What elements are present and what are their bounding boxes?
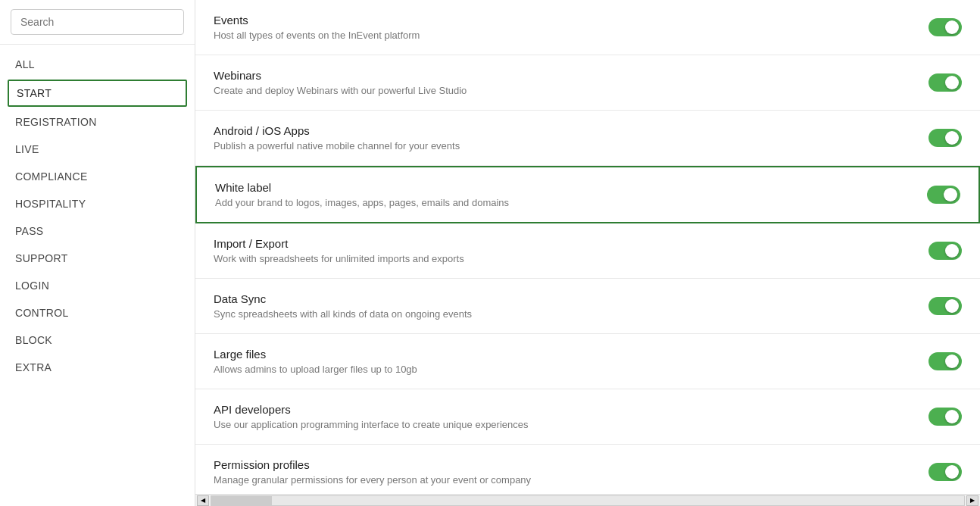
- toggle-container: [927, 186, 960, 204]
- feature-description: Create and deploy Webinars with our powe…: [214, 85, 913, 96]
- feature-info: Large filesAllows admins to upload large…: [214, 348, 913, 375]
- sidebar-item-extra[interactable]: EXTRA: [0, 354, 195, 381]
- feature-toggle[interactable]: [929, 297, 962, 315]
- toggle-slider: [927, 186, 960, 204]
- feature-row: Import / ExportWork with spreadsheets fo…: [195, 223, 980, 279]
- scroll-track[interactable]: [211, 495, 965, 506]
- horizontal-scrollbar: ◀ ▶: [195, 494, 980, 506]
- feature-title: Android / iOS Apps: [214, 124, 913, 137]
- feature-info: Permission profilesManage granular permi…: [214, 458, 913, 486]
- sidebar-item-hospitality[interactable]: HOSPITALITY: [0, 190, 195, 217]
- feature-info: Import / ExportWork with spreadsheets fo…: [214, 237, 913, 264]
- feature-title: Events: [214, 14, 913, 27]
- toggle-slider: [929, 129, 962, 147]
- sidebar-item-registration[interactable]: REGISTRATION: [0, 108, 195, 136]
- feature-info: WebinarsCreate and deploy Webinars with …: [214, 69, 913, 96]
- feature-info: API developersUse our application progra…: [214, 403, 913, 430]
- sidebar-item-compliance[interactable]: COMPLIANCE: [0, 163, 195, 190]
- toggle-container: [929, 408, 962, 426]
- feature-row: API developersUse our application progra…: [195, 389, 980, 445]
- feature-description: Use our application programming interfac…: [214, 419, 913, 430]
- feature-description: Work with spreadsheets for unlimited imp…: [214, 253, 913, 264]
- sidebar-item-live[interactable]: LIVE: [0, 136, 195, 163]
- toggle-slider: [929, 463, 962, 481]
- feature-row: Permission profilesManage granular permi…: [195, 445, 980, 494]
- toggle-container: [929, 18, 962, 36]
- feature-row: Large filesAllows admins to upload large…: [195, 334, 980, 389]
- feature-toggle[interactable]: [929, 129, 962, 147]
- feature-title: Import / Export: [214, 237, 913, 250]
- sidebar-item-control[interactable]: CONTROL: [0, 299, 195, 326]
- feature-info: White labelAdd your brand to logos, imag…: [215, 181, 912, 208]
- sidebar-item-block[interactable]: BLOCK: [0, 326, 195, 354]
- feature-row: WebinarsCreate and deploy Webinars with …: [195, 55, 980, 111]
- feature-title: White label: [215, 181, 912, 194]
- feature-row: White labelAdd your brand to logos, imag…: [195, 166, 980, 223]
- feature-info: Android / iOS AppsPublish a powerful nat…: [214, 124, 913, 151]
- feature-title: Data Sync: [214, 292, 913, 305]
- feature-info: Data SyncSync spreadsheets with all kind…: [214, 292, 913, 320]
- feature-description: Sync spreadsheets with all kinds of data…: [214, 308, 913, 320]
- feature-toggle[interactable]: [929, 463, 962, 481]
- feature-row: EventsHost all types of events on the In…: [195, 0, 980, 55]
- toggle-slider: [929, 73, 962, 92]
- sidebar-item-all[interactable]: ALL: [0, 51, 195, 78]
- feature-toggle[interactable]: [929, 242, 962, 260]
- feature-toggle[interactable]: [929, 408, 962, 426]
- sidebar-item-support[interactable]: SUPPORT: [0, 245, 195, 272]
- nav-items: ALLSTARTREGISTRATIONLIVECOMPLIANCEHOSPIT…: [0, 45, 195, 387]
- scroll-right-arrow[interactable]: ▶: [966, 495, 978, 506]
- toggle-container: [929, 463, 962, 481]
- feature-description: Add your brand to logos, images, apps, p…: [215, 197, 912, 208]
- search-input[interactable]: [11, 9, 184, 35]
- scroll-left-arrow[interactable]: ◀: [197, 495, 209, 506]
- scroll-thumb[interactable]: [211, 496, 272, 505]
- feature-toggle[interactable]: [927, 186, 960, 204]
- feature-title: Large files: [214, 348, 913, 361]
- feature-description: Allows admins to upload larger files up …: [214, 364, 913, 375]
- sidebar-item-pass[interactable]: PASS: [0, 217, 195, 245]
- feature-toggle[interactable]: [929, 18, 962, 36]
- toggle-container: [929, 352, 962, 370]
- toggle-slider: [929, 242, 962, 260]
- sidebar: ALLSTARTREGISTRATIONLIVECOMPLIANCEHOSPIT…: [0, 0, 195, 506]
- toggle-slider: [929, 18, 962, 36]
- feature-description: Host all types of events on the InEvent …: [214, 30, 913, 41]
- toggle-container: [929, 242, 962, 260]
- search-container: [0, 0, 195, 45]
- feature-toggle[interactable]: [929, 73, 962, 92]
- feature-row: Data SyncSync spreadsheets with all kind…: [195, 279, 980, 334]
- sidebar-item-login[interactable]: LOGIN: [0, 272, 195, 299]
- feature-toggle[interactable]: [929, 352, 962, 370]
- feature-title: API developers: [214, 403, 913, 416]
- toggle-slider: [929, 297, 962, 315]
- toggle-slider: [929, 352, 962, 370]
- toggle-slider: [929, 408, 962, 426]
- feature-title: Permission profiles: [214, 458, 913, 471]
- main-content: EventsHost all types of events on the In…: [195, 0, 980, 506]
- feature-title: Webinars: [214, 69, 913, 82]
- feature-info: EventsHost all types of events on the In…: [214, 14, 913, 41]
- toggle-container: [929, 297, 962, 315]
- feature-row: Android / iOS AppsPublish a powerful nat…: [195, 111, 980, 166]
- toggle-container: [929, 129, 962, 147]
- feature-description: Manage granular permissions for every pe…: [214, 474, 913, 486]
- toggle-container: [929, 73, 962, 92]
- content-scroll[interactable]: EventsHost all types of events on the In…: [195, 0, 980, 494]
- feature-description: Publish a powerful native mobile channel…: [214, 140, 913, 151]
- sidebar-item-start[interactable]: START: [8, 80, 187, 107]
